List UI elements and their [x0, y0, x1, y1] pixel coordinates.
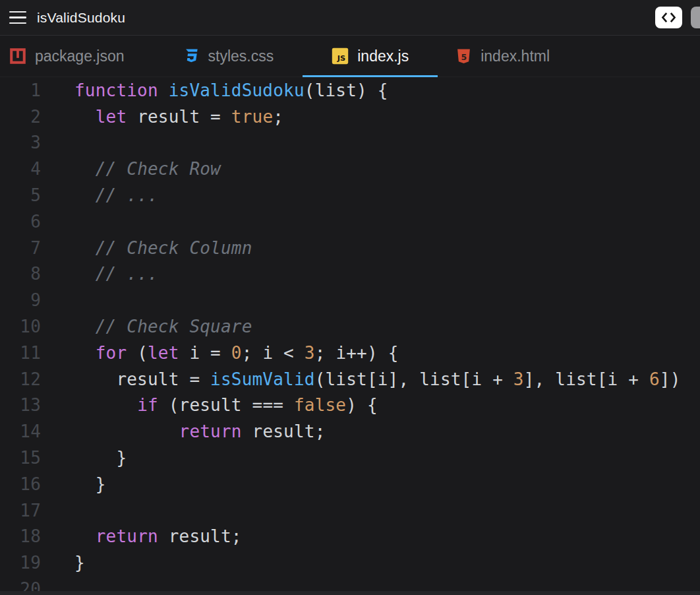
line-number: 3 — [0, 133, 41, 152]
code-token: isSumValid — [210, 369, 315, 389]
line-number: 8 — [0, 264, 41, 284]
code-token — [158, 80, 169, 100]
svg-text:JS: JS — [337, 53, 345, 63]
code-token: } — [74, 448, 127, 468]
line-number: 19 — [0, 553, 41, 573]
code-line[interactable]: 1function isValidSudoku(list) { — [0, 77, 700, 104]
tab-index-js[interactable]: JSindex.js — [303, 36, 438, 77]
code-editor[interactable]: 1function isValidSudoku(list) {2 let res… — [0, 77, 700, 595]
code-text: if (result === false) { — [74, 395, 378, 415]
code-token: result = — [74, 369, 210, 389]
code-token: return — [96, 526, 158, 546]
code-text: for (let i = 0; i < 3; i++) { — [74, 343, 399, 363]
code-line[interactable]: 18 return result; — [0, 524, 700, 550]
code-text: // Check Column — [74, 238, 252, 258]
code-token: // ... — [96, 185, 158, 205]
code-token: result; — [242, 422, 326, 441]
code-token: 6 — [649, 369, 660, 389]
code-token: ) { — [346, 395, 378, 415]
code-token: ; — [273, 107, 283, 127]
clipped-side-button[interactable] — [691, 7, 700, 28]
line-number: 2 — [0, 107, 41, 127]
code-line[interactable]: 14 return result; — [0, 418, 700, 445]
code-text: // Check Row — [74, 159, 221, 179]
line-number: 6 — [0, 212, 41, 232]
code-brackets-icon — [661, 11, 676, 24]
code-token: (list[i], list[i + — [315, 369, 513, 389]
code-line[interactable]: 11 for (let i = 0; i < 3; i++) { — [0, 340, 700, 366]
line-number: 1 — [0, 80, 41, 100]
code-text: return result; — [74, 526, 242, 546]
code-token: let — [96, 107, 127, 127]
code-line[interactable]: 2 let result = true; — [0, 104, 700, 130]
code-text: } — [74, 448, 127, 468]
line-number: 18 — [0, 526, 41, 546]
code-line[interactable]: 9 — [0, 287, 700, 313]
code-token: 3 — [513, 369, 524, 389]
code-token: } — [74, 474, 106, 494]
html5-icon: 5 — [455, 47, 472, 65]
code-token — [74, 526, 96, 546]
line-number: 4 — [0, 159, 41, 179]
code-line[interactable]: 19} — [0, 549, 700, 576]
code-token — [74, 422, 179, 441]
line-number: 15 — [0, 448, 41, 468]
code-token: // Check Row — [96, 159, 221, 179]
code-token: true — [231, 107, 273, 127]
tab-label: index.js — [357, 47, 409, 65]
line-number: 10 — [0, 317, 41, 336]
code-line[interactable]: 7 // Check Column — [0, 235, 700, 261]
code-token: let — [148, 343, 179, 363]
line-number: 7 — [0, 238, 41, 258]
code-line[interactable]: 4 // Check Row — [0, 156, 700, 182]
header-actions — [655, 7, 700, 28]
code-text: function isValidSudoku(list) { — [74, 80, 388, 100]
code-line[interactable]: 12 result = isSumValid(list[i], list[i +… — [0, 366, 700, 392]
code-token: i = — [179, 343, 231, 363]
code-line[interactable]: 8 // ... — [0, 261, 700, 288]
code-line[interactable]: 15 } — [0, 445, 700, 471]
code-text: // ... — [74, 264, 158, 284]
code-line[interactable]: 6 — [0, 208, 700, 235]
code-token: return — [179, 422, 242, 441]
code-line[interactable]: 10 // Check Square — [0, 313, 700, 340]
code-line[interactable]: 13 if (result === false) { — [0, 392, 700, 419]
code-token: // ... — [96, 264, 158, 284]
code-line[interactable]: 3 — [0, 130, 700, 156]
code-token — [74, 159, 96, 179]
code-token: result = — [127, 107, 231, 127]
code-token: function — [74, 80, 158, 100]
javascript-icon: JS — [332, 47, 349, 65]
code-line[interactable]: 17 — [0, 497, 700, 524]
bottom-panel-edge[interactable] — [0, 591, 700, 595]
code-token: for — [96, 343, 127, 363]
code-token: // Check Square — [96, 317, 252, 336]
code-token: ], list[i + — [524, 369, 649, 389]
code-token — [74, 107, 96, 127]
line-number: 11 — [0, 343, 41, 363]
code-token: (result === — [158, 395, 294, 415]
tab-label: styles.css — [208, 47, 274, 65]
npm-icon — [9, 47, 26, 65]
code-text: // Check Square — [74, 317, 252, 336]
code-token: } — [74, 553, 85, 573]
code-text: return result; — [74, 422, 326, 441]
code-token — [74, 264, 96, 284]
code-token — [74, 317, 96, 336]
code-token: // Check Column — [96, 238, 252, 258]
menu-button[interactable] — [9, 11, 26, 24]
code-line[interactable]: 16 } — [0, 471, 700, 497]
code-view-button[interactable] — [655, 7, 682, 28]
code-line[interactable]: 5 // ... — [0, 182, 700, 208]
code-token: ; i++) { — [315, 343, 399, 363]
css3-icon — [183, 47, 200, 65]
tab-label: package.json — [35, 47, 125, 65]
line-number: 17 — [0, 501, 41, 520]
code-text: } — [74, 553, 85, 573]
tab-package-json[interactable]: package.json — [0, 36, 154, 77]
line-number: 14 — [0, 422, 41, 441]
code-area: 1function isValidSudoku(list) {2 let res… — [0, 77, 700, 595]
tab-styles-css[interactable]: styles.css — [154, 36, 303, 77]
code-token: result; — [158, 526, 242, 546]
tab-index-html[interactable]: 5index.html — [438, 36, 579, 77]
